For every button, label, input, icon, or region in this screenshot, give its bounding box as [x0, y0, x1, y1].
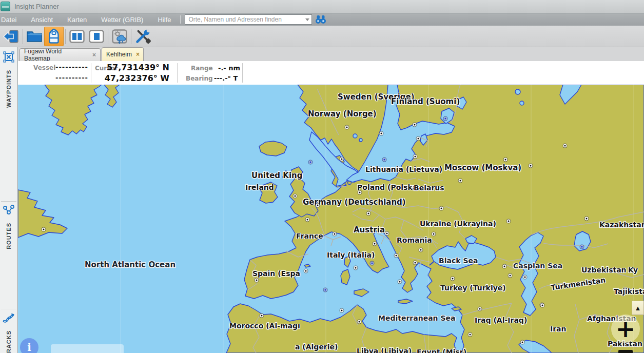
scale-bar: 1:51,117,111 1,000 km — [51, 344, 124, 353]
tools-button[interactable] — [133, 27, 152, 46]
map-canvas[interactable]: Sweden (Sverige)Finland (Suomi)Norway (N… — [18, 85, 644, 353]
city-dot — [509, 274, 512, 278]
track-icon — [3, 312, 15, 323]
city-dot — [521, 341, 524, 344]
map-label: Ukraine (Ukrayina) — [420, 220, 496, 228]
city-dot — [260, 314, 264, 318]
weather-grib-button[interactable] — [110, 27, 129, 46]
sidebar-item-label: ROUTES — [6, 223, 12, 249]
menu-ansicht[interactable]: Ansicht — [24, 13, 60, 26]
menu-datei[interactable]: Datei — [0, 13, 24, 26]
infobar-separator — [91, 63, 91, 83]
weather-icon — [111, 28, 128, 45]
route-icon — [3, 204, 15, 215]
city-dot — [414, 155, 417, 159]
app-icon — [1, 2, 10, 11]
import-button[interactable] — [2, 27, 21, 46]
split-view-button[interactable] — [67, 27, 87, 46]
city-dot — [414, 261, 417, 265]
binoculars-icon — [315, 15, 326, 24]
menu-hilfe[interactable]: Hilfe — [150, 13, 178, 26]
map-label: United King — [251, 171, 303, 180]
city-dot — [419, 248, 423, 252]
folder-icon — [26, 28, 43, 45]
tab-close-icon[interactable]: × — [136, 51, 140, 57]
sidebar-item-tracks[interactable]: TRACKS — [0, 312, 17, 353]
map-label: Ireland — [245, 183, 274, 191]
zoom-in-button[interactable]: + — [611, 315, 640, 343]
map-label: Moscow (Moskva) — [444, 163, 521, 172]
infobar-separator — [177, 63, 178, 83]
city-dot — [503, 265, 506, 268]
scroll-up-button[interactable]: ▲ — [632, 301, 644, 315]
sidebar-item-waypoints[interactable]: WAYPOINTS — [0, 51, 17, 110]
split-view-icon — [68, 28, 86, 45]
map-label: Iran — [550, 325, 567, 333]
toolbar-separator — [65, 29, 66, 44]
tab-label: Kehlheim — [106, 51, 132, 58]
toolbar-separator — [108, 29, 108, 44]
sidebar-item-routes[interactable]: ROUTES — [0, 204, 17, 251]
map-label: Poland (Polska — [357, 183, 417, 191]
infobar-separator — [242, 63, 243, 83]
city-dot — [459, 179, 462, 183]
sidebar-item-label: TRACKS — [6, 330, 12, 353]
tab-fugawi-world-basemap[interactable]: Fugawi World Basemap × — [19, 48, 101, 61]
city-dot — [541, 304, 544, 307]
city-dot — [294, 194, 297, 198]
window-title: Insight Planner — [14, 3, 59, 10]
toolbar-separator — [131, 29, 131, 44]
search-dropdown-icon[interactable] — [305, 18, 309, 21]
tabbar: Fugawi World Basemap × Kehlheim × — [18, 47, 644, 61]
cursor-longitude: 47,232376° W — [105, 73, 169, 83]
boat-icon — [45, 28, 63, 45]
map-label: North Atlantic Ocean — [85, 260, 175, 269]
map-label: Iraq (Al-Iraq) — [475, 316, 527, 324]
city-dot — [523, 276, 527, 279]
range-label: Range — [191, 65, 213, 72]
vessel-position-line2: ---------- — [55, 74, 88, 82]
tab-close-icon[interactable]: × — [92, 52, 96, 58]
sidebar-item-label: WAYPOINTS — [6, 70, 12, 108]
city-dot — [316, 204, 320, 207]
city-dot — [345, 126, 349, 129]
city-dot — [306, 218, 309, 222]
city-dot — [383, 158, 386, 162]
single-view-button[interactable] — [87, 27, 106, 46]
toolbar — [0, 26, 644, 47]
vessel-label: Vessel — [33, 64, 55, 71]
city-dot — [504, 158, 508, 162]
search-input[interactable] — [185, 16, 299, 23]
menu-karten[interactable]: Karten — [60, 13, 94, 26]
zoom-out-button[interactable] — [618, 350, 633, 353]
map-svg — [18, 85, 644, 353]
info-bar: Vessel ---------- ---------- Cursor 57,7… — [18, 61, 644, 85]
menu-wetter[interactable]: Wetter (GRIB) — [94, 13, 150, 26]
menubar: Datei Ansicht Karten Wetter (GRIB) Hilfe — [0, 13, 644, 26]
left-sidebar: WAYPOINTS ROUTES TRACKS — [0, 47, 18, 353]
map-label: Lithuania (Lietuva) — [365, 165, 442, 173]
map-label: Uzbekistan — [581, 266, 627, 274]
city-dot — [324, 288, 327, 292]
bearing-label: Bearing — [186, 75, 213, 82]
city-dot — [580, 245, 584, 249]
city-dot — [417, 137, 420, 141]
tab-kehlheim[interactable]: Kehlheim × — [102, 47, 144, 61]
info-button[interactable]: i — [20, 338, 38, 353]
search-box — [185, 14, 312, 25]
app-window: Insight Planner Datei Ansicht Karten Wet… — [0, 0, 644, 353]
city-dot — [309, 161, 313, 164]
map-label: Egypt (Misr) — [417, 348, 466, 353]
city-dot — [444, 117, 447, 121]
city-dot — [367, 212, 370, 215]
map-label: Tajikista — [614, 287, 644, 296]
map-label: Norway (Norge) — [308, 109, 377, 119]
open-folder-button[interactable] — [25, 27, 44, 46]
bearing-value: ---.-° T — [214, 74, 238, 82]
vessel-button[interactable] — [44, 27, 64, 46]
map-label: Black Sea — [439, 257, 478, 265]
search-go-button[interactable] — [315, 14, 327, 25]
city-dot — [358, 191, 362, 194]
city-dot — [398, 280, 402, 284]
map-label: Italy (Italia) — [327, 251, 375, 259]
